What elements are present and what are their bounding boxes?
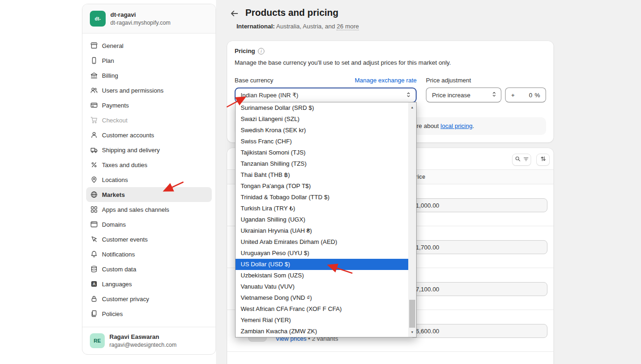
adjustment-amount: 0: [529, 92, 532, 99]
sidebar-item-label: Apps and sales channels: [102, 206, 169, 213]
user-avatar: RE: [90, 333, 105, 348]
sidebar-item-taxes-and-duties[interactable]: Taxes and duties: [86, 157, 212, 172]
shop-header[interactable]: dt- dt-ragavi dt-ragavi.myshopify.com: [82, 4, 216, 34]
card-icon: [90, 101, 98, 109]
sidebar-item-label: Plan: [102, 57, 114, 64]
sidebar-item-customer-events[interactable]: Customer events: [86, 232, 212, 247]
sidebar-item-locations[interactable]: Locations: [86, 172, 212, 187]
currency-option[interactable]: Vanuatu Vatu (VUV): [236, 281, 408, 292]
price-input[interactable]: 1,000.00: [410, 198, 547, 212]
base-currency-select[interactable]: Indian Rupee (INR ₹): [235, 88, 417, 103]
price-input[interactable]: 6,600.00: [410, 324, 547, 338]
currency-option[interactable]: Tongan Pa'anga (TOP T$): [236, 181, 408, 192]
currency-option-selected[interactable]: US Dollar (USD $): [236, 259, 408, 270]
account-footer[interactable]: RE Ragavi Easwaran ragavi@wedesigntech.c…: [82, 327, 216, 354]
price-input[interactable]: 7,100.00: [410, 282, 547, 296]
user-name: Ragavi Easwaran: [109, 333, 176, 341]
phone-icon: [90, 56, 98, 65]
adjustment-unit: %: [534, 92, 540, 99]
currency-option[interactable]: Zambian Kwacha (ZMW ZK): [236, 326, 408, 337]
more-regions-link[interactable]: 26 more: [337, 23, 359, 30]
currency-option[interactable]: Uzbekistani Som (UZS): [236, 270, 408, 281]
documents-icon: [90, 310, 98, 318]
currency-option[interactable]: United Arab Emirates Dirham (AED): [236, 236, 408, 248]
sidebar-item-users-and-permissions[interactable]: Users and permissions: [86, 83, 212, 98]
sidebar-item-plan[interactable]: Plan: [86, 53, 212, 68]
search-and-filter-button[interactable]: [512, 154, 531, 166]
currency-option[interactable]: Ukrainian Hryvnia (UAH ₴): [236, 225, 408, 236]
sidebar-item-label: Policies: [102, 310, 123, 317]
currency-option[interactable]: Tanzanian Shilling (TZS): [236, 158, 408, 169]
sidebar-item-domains[interactable]: Domains: [86, 217, 212, 232]
currency-option[interactable]: West African CFA Franc (XOF F CFA): [236, 303, 408, 315]
grid-icon: [90, 205, 98, 214]
price-adjustment-value: Price increase: [432, 92, 470, 99]
pin-icon: [90, 175, 98, 184]
price-input[interactable]: 1,700.00: [410, 240, 547, 254]
sidebar-item-apps-and-sales-channels[interactable]: Apps and sales channels: [86, 202, 212, 217]
adjustment-sign: +: [511, 92, 515, 99]
bell-icon: [90, 250, 98, 258]
lock-icon: [90, 295, 98, 303]
filter-icon: [523, 155, 529, 164]
sidebar-item-checkout: Checkout: [86, 113, 212, 128]
sidebar-item-notifications[interactable]: Notifications: [86, 247, 212, 262]
price-adjustment-label: Price adjustment: [426, 77, 471, 84]
currency-option[interactable]: Uruguayan Peso (UYU $): [236, 248, 408, 259]
sort-arrows-icon: [540, 155, 547, 164]
currency-option[interactable]: Surinamese Dollar (SRD $): [236, 102, 408, 114]
pricing-description: Manage the base currency you'll use to s…: [235, 59, 546, 66]
sidebar-item-label: Languages: [102, 281, 132, 288]
sidebar-item-custom-data[interactable]: Custom data: [86, 262, 212, 276]
shop-domain: dt-ragavi.myshopify.com: [110, 19, 170, 27]
sidebar-item-label: Custom data: [102, 266, 136, 273]
currency-option[interactable]: Ugandan Shilling (UGX): [236, 214, 408, 225]
sort-button[interactable]: [536, 154, 550, 166]
currency-option[interactable]: Thai Baht (THB ฿): [236, 169, 408, 181]
sidebar-item-languages[interactable]: A Languages: [86, 276, 212, 291]
globe-icon: [90, 190, 98, 199]
market-regions: Australia, Austria, and: [276, 23, 335, 30]
sidebar-item-payments[interactable]: Payments: [86, 98, 212, 113]
sidebar-item-general[interactable]: General: [86, 38, 212, 53]
sidebar-item-policies[interactable]: Policies: [86, 306, 212, 321]
cart-icon: [90, 116, 98, 124]
price-adjustment-type-select[interactable]: Price increase: [426, 88, 501, 102]
back-button[interactable]: [229, 9, 240, 20]
language-icon: A: [90, 280, 98, 288]
currency-option[interactable]: Trinidad & Tobago Dollar (TTD $): [236, 192, 408, 203]
currency-option[interactable]: Swazi Lilangeni (SZL): [236, 114, 408, 125]
sidebar-item-label: Shipping and delivery: [102, 147, 160, 154]
scroll-down-arrow-icon[interactable]: ▼: [408, 328, 416, 336]
browser-icon: [90, 220, 98, 229]
person-icon: [90, 131, 98, 139]
currency-option[interactable]: Turkish Lira (TRY ₺): [236, 203, 408, 214]
currency-option[interactable]: Swedish Krona (SEK kr): [236, 125, 408, 136]
currency-option[interactable]: Tajikistani Somoni (TJS): [236, 147, 408, 158]
sidebar-item-billing[interactable]: Billing: [86, 68, 212, 83]
sidebar-item-label: Domains: [102, 221, 126, 228]
sidebar-item-shipping-and-delivery[interactable]: Shipping and delivery: [86, 142, 212, 157]
dropdown-scrollbar[interactable]: ▲ ▼: [408, 102, 416, 337]
manage-exchange-rate-link[interactable]: Manage exchange rate: [355, 77, 417, 84]
base-currency-value: Indian Rupee (INR ₹): [241, 92, 298, 99]
currency-option[interactable]: Vietnamese Dong (VND ₫): [236, 292, 408, 303]
currency-option[interactable]: Yemeni Rial (YER): [236, 315, 408, 326]
local-pricing-link[interactable]: local pricing: [440, 122, 472, 129]
sidebar-item-markets[interactable]: Markets: [86, 187, 212, 202]
scroll-up-arrow-icon[interactable]: ▲: [408, 103, 416, 111]
sidebar-item-label: Users and permissions: [102, 87, 163, 94]
scrollbar-thumb[interactable]: [409, 300, 415, 328]
sidebar-item-customer-accounts[interactable]: Customer accounts: [86, 128, 212, 142]
sidebar-item-label: Payments: [102, 102, 129, 109]
sidebar-item-customer-privacy[interactable]: Customer privacy: [86, 291, 212, 306]
price-adjustment-amount-input[interactable]: + 0 %: [505, 88, 546, 102]
select-chevrons-icon: [491, 91, 497, 99]
users-icon: [90, 86, 98, 94]
settings-sidebar: dt- dt-ragavi dt-ragavi.myshopify.com Ge…: [82, 4, 216, 355]
info-icon[interactable]: i: [258, 48, 264, 54]
sidebar-item-label: Billing: [102, 72, 118, 79]
sidebar-item-label: Customer events: [102, 236, 148, 243]
learn-more-text: re about: [417, 122, 440, 129]
currency-option[interactable]: Swiss Franc (CHF): [236, 136, 408, 147]
